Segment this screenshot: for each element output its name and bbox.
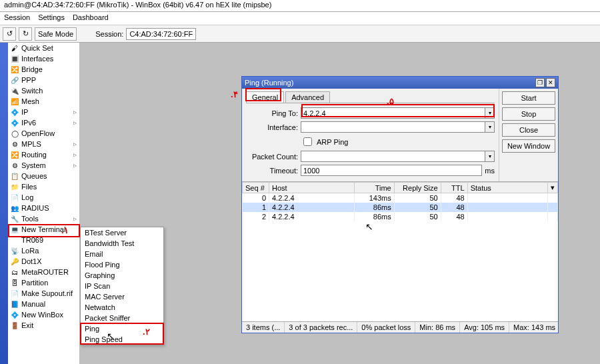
submenu-item-ping-speed[interactable]: Ping Speed	[81, 334, 163, 345]
annotation-2: .۲	[143, 327, 150, 337]
cell-host: 4.2.2.4	[269, 193, 355, 203]
tr069-icon	[11, 236, 19, 244]
submenu-item-mac-server[interactable]: MAC Server	[81, 291, 163, 302]
sidebar-item-lora[interactable]: 📡LoRa	[8, 245, 79, 256]
sidebar-item-metarouter[interactable]: 🗂MetaROUTER	[8, 267, 79, 277]
sidebar-item-new-winbox[interactable]: 💠New WinBox	[8, 309, 79, 320]
sidebar-item-label: Manual	[21, 300, 45, 308]
menu-settings[interactable]: Settings	[38, 13, 65, 23]
tools-submenu: BTest ServerBandwidth TestEmailFlood Pin…	[80, 227, 164, 345]
sidebar-item-switch[interactable]: 🔌Switch	[8, 85, 79, 96]
sidebar-item-label: System	[21, 161, 46, 169]
tab-advanced[interactable]: Advanced	[285, 91, 330, 103]
sidebar-item-quick-set[interactable]: 🖌Quick Set	[8, 43, 79, 53]
col-ttl[interactable]: TTL	[441, 183, 467, 193]
submenu-item-email[interactable]: Email	[81, 249, 163, 259]
sidebar-item-manual[interactable]: 📘Manual	[8, 299, 79, 309]
sidebar-item-mesh[interactable]: 📶Mesh	[8, 96, 79, 107]
ping-window: Ping (Running) ❐ ✕ General Advanced Ping…	[241, 76, 559, 333]
submenu-item-btest-server[interactable]: BTest Server	[81, 227, 163, 238]
sidebar-item-partition[interactable]: 🗄Partition	[8, 277, 79, 288]
sidebar-item-routing[interactable]: 🔀Routing▷	[8, 149, 79, 160]
sidebar-item-ppp[interactable]: 🔗PPP	[8, 75, 79, 85]
menu-session[interactable]: Session	[4, 13, 30, 23]
sidebar-item-mpls[interactable]: ⚙MPLS▷	[8, 139, 79, 149]
status-items: 3 items (...	[242, 322, 285, 333]
cell-size: 50	[394, 193, 441, 203]
annotation-4: .۴	[231, 89, 238, 99]
ping-to-label: Ping To:	[246, 109, 301, 117]
sidebar-item-label: New WinBox	[21, 311, 63, 319]
ping-window-title: Ping (Running)	[245, 79, 293, 87]
sidebar-item-ip[interactable]: 💠IP▷	[8, 107, 79, 117]
radius-icon: 👥	[11, 204, 19, 212]
timeout-input[interactable]: 1000	[301, 165, 482, 176]
redo-button[interactable]: ↻	[19, 27, 32, 41]
close-button[interactable]: Close	[502, 123, 555, 137]
submenu-item-ip-scan[interactable]: IP Scan	[81, 281, 163, 291]
submenu-item-netwatch[interactable]: Netwatch	[81, 302, 163, 313]
sidebar-item-tr069[interactable]: TR069	[8, 235, 79, 245]
sidebar-item-dot1x[interactable]: 🔑Dot1X	[8, 256, 79, 267]
safe-mode-button[interactable]: Safe Mode	[35, 27, 77, 41]
sidebar-item-label: Dot1X	[21, 257, 42, 265]
col-reply-size[interactable]: Reply Size	[394, 183, 441, 193]
sidebar-item-files[interactable]: 📁Files	[8, 181, 79, 192]
cell-time: 143ms	[354, 193, 394, 203]
ping-to-input[interactable]: 4.2.2.4	[301, 107, 485, 119]
sidebar-item-new-terminal[interactable]: 💻New Terminal	[8, 224, 79, 235]
sidebar-item-interfaces[interactable]: 🔳Interfaces	[8, 53, 79, 64]
timeout-label: Timeout:	[246, 167, 301, 175]
sidebar-item-queues[interactable]: 📋Queues	[8, 171, 79, 181]
menu-dashboard[interactable]: Dashboard	[73, 13, 109, 23]
tab-general[interactable]: General	[246, 91, 284, 103]
sidebar-item-exit[interactable]: 🚪Exit	[8, 320, 79, 331]
sidebar-item-label: OpenFlow	[21, 129, 55, 137]
arp-ping-checkbox[interactable]	[303, 137, 312, 146]
ppp-icon: 🔗	[11, 76, 19, 84]
col-seq[interactable]: Seq #	[243, 183, 269, 193]
col-menu-icon[interactable]: ▾	[548, 183, 558, 193]
sidebar-item-log[interactable]: 📄Log	[8, 192, 79, 203]
col-host[interactable]: Host	[269, 183, 355, 193]
sidebar-item-label: IP	[21, 108, 28, 116]
new-window-button[interactable]: New Window	[502, 139, 555, 153]
interface-dropdown-icon[interactable]: ▾	[485, 121, 495, 133]
sidebar-item-ipv6[interactable]: 💠IPv6▷	[8, 117, 79, 128]
restore-icon[interactable]: ❐	[535, 78, 545, 87]
submenu-item-graphing[interactable]: Graphing	[81, 270, 163, 281]
status-max: Max: 143 ms	[509, 322, 559, 333]
timeout-unit: ms	[485, 167, 495, 175]
packet-count-dropdown-icon[interactable]: ▾	[485, 151, 495, 162]
packet-count-label: Packet Count:	[246, 153, 301, 161]
sidebar-item-openflow[interactable]: ◯OpenFlow	[8, 128, 79, 139]
sidebar-item-radius[interactable]: 👥RADIUS	[8, 203, 79, 213]
sidebar-item-bridge[interactable]: 🔀Bridge	[8, 64, 79, 75]
stop-button[interactable]: Stop	[502, 107, 555, 121]
sidebar-item-tools[interactable]: 🔧Tools▷	[8, 213, 79, 224]
table-row[interactable]: 24.2.2.486ms5048	[243, 212, 558, 221]
table-row[interactable]: 04.2.2.4143ms5048	[243, 193, 558, 203]
undo-button[interactable]: ↺	[3, 27, 16, 41]
close-icon[interactable]: ✕	[546, 78, 555, 87]
bridge-icon: 🔀	[11, 65, 19, 73]
sidebar-item-system[interactable]: ⚙System▷	[8, 160, 79, 171]
interface-input[interactable]	[301, 121, 485, 133]
annotation-1: .۱	[61, 225, 69, 235]
ping-window-titlebar[interactable]: Ping (Running) ❐ ✕	[242, 77, 558, 89]
col-status[interactable]: Status	[467, 183, 547, 193]
sidebar-item-make-supout-rif[interactable]: 📄Make Supout.rif	[8, 288, 79, 299]
start-button[interactable]: Start	[502, 91, 555, 105]
sidebar-item-label: IPv6	[21, 119, 36, 127]
metarouter-icon: 🗂	[11, 268, 19, 276]
submenu-item-ping[interactable]: Ping	[81, 323, 163, 334]
table-row[interactable]: 14.2.2.486ms5048	[243, 203, 558, 212]
submenu-item-flood-ping[interactable]: Flood Ping	[81, 259, 163, 270]
col-time[interactable]: Time	[354, 183, 394, 193]
sidebar-item-label: Bridge	[21, 65, 43, 73]
submenu-item-bandwidth-test[interactable]: Bandwidth Test	[81, 238, 163, 249]
submenu-item-packet-sniffer[interactable]: Packet Sniffer	[81, 313, 163, 323]
ping-to-dropdown-icon[interactable]: ▾	[485, 107, 495, 119]
arp-ping-label: ARP Ping	[317, 138, 349, 146]
packet-count-input[interactable]	[301, 151, 485, 162]
